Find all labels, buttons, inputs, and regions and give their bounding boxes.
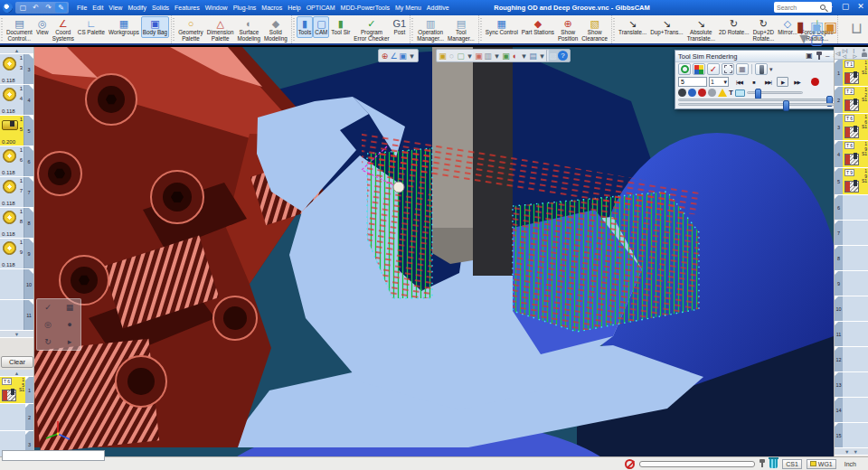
ribbon-item-dimension-palette[interactable]: △DimensionPalette [205,16,236,44]
tool-display-button[interactable] [755,63,768,75]
close-button[interactable]: ✕ [856,1,865,13]
tool-tile-7[interactable]: 170.1187 [0,177,33,208]
ribbon-item-document-control[interactable]: ▤DocumentControl... [5,16,34,44]
progress-thumb-2[interactable] [783,100,789,111]
menu-edit[interactable]: Edit [92,5,103,11]
op-scroll-down[interactable]: ▼▼ [835,448,868,456]
undo-icon[interactable]: ↶ [30,3,42,13]
tool-tab-7[interactable]: 7 [24,177,33,207]
export-box-icon[interactable]: ▣ [824,18,837,31]
pin-icon[interactable] [818,53,820,60]
facet-display-icon[interactable]: ▢ [457,51,465,61]
label-tag-icon[interactable] [735,89,745,97]
mini-toolbar-icon[interactable]: ✓ [44,303,52,312]
fast-forward-button[interactable]: ▶▶ [791,77,803,87]
op-tile-6[interactable]: 6 [835,195,868,221]
edit-icon[interactable]: ✎ [55,3,67,13]
menu-additive[interactable]: Additive [427,5,449,11]
ribbon-item-sync-control[interactable]: ▦Sync Control [484,16,520,38]
zoom-select-icon[interactable]: ▧ [549,51,557,61]
menu-features[interactable]: Features [175,5,200,11]
op-tab-15[interactable]: 15 [835,423,843,447]
tool-list-scroll-up[interactable]: ▲ [0,47,33,54]
record-button[interactable] [811,78,819,86]
op-tile-3[interactable]: 3T 616S1 [835,114,868,141]
ribbon-item-translate[interactable]: ↘Translate... [617,16,648,38]
tool-tile-4[interactable]: 140.1184 [0,85,33,116]
ribbon-item-part-stations[interactable]: ◆Part Stations [520,16,556,38]
section-display-icon[interactable]: ▥ [484,51,492,61]
mini-toolbar-icon[interactable]: ↻ [44,337,52,346]
op-list-scroll-up[interactable]: ▲ [0,370,33,377]
warning-triangle-icon[interactable] [718,89,727,97]
stock-cylinder-icon[interactable]: ▮ [797,18,810,31]
op-tab-1[interactable]: 1 [25,377,33,403]
op-tab-11[interactable]: 11 [835,322,843,346]
op-tile-13[interactable]: 13 [835,372,868,398]
text-overlay-icon[interactable]: T [729,89,733,97]
tool-tab-9[interactable]: 9 [24,239,33,268]
progress-slider-2[interactable] [678,103,834,106]
menu-plug-ins[interactable]: Plug-Ins [233,5,257,11]
ribbon-item-view[interactable]: ◎View [34,16,51,38]
view-window-icon[interactable]: ▣ [399,51,407,61]
fixture-display-icon[interactable]: ▣ [475,51,483,61]
palette-title-bar[interactable]: Tool Sim Rendering ▣ – × [675,51,834,62]
ribbon-item-geometry-palette[interactable]: ○GeometryPalette [176,16,205,44]
op-tile-15[interactable]: 15 [835,423,868,448]
op-tab-12[interactable]: 12 [835,347,843,371]
menu-solids[interactable]: Solids [152,5,169,11]
op-tile-1[interactable]: 1T 111S1 [835,60,868,87]
op-tile-12[interactable]: 12 [835,347,868,372]
units-indicator[interactable]: Inch [841,461,863,467]
ribbon-item-coord-systems[interactable]: ∠CoordSystems [51,16,76,44]
ribbon-item-operation-manager[interactable]: ▥OperationManager... [415,16,446,44]
menu-macros[interactable]: Macros [261,5,282,11]
speed-slider-thumb[interactable] [755,89,761,99]
render-mode-button[interactable] [678,63,691,75]
tool-tab-8[interactable]: 8 [24,208,33,238]
op-tile-7[interactable]: 7 [835,221,868,246]
dropdown-arrow-icon[interactable]: ▾ [493,51,501,61]
sync-marker-icon[interactable]: ◁| [835,51,841,56]
op-tab-5[interactable]: 5 [835,168,843,194]
skip-to-end-button[interactable]: ▶▶| [762,77,774,87]
progress-slider-1[interactable] [678,99,834,101]
palette-minimize-button[interactable]: – [826,52,829,61]
fixture-red-icon[interactable] [698,89,706,97]
tool-tab-5[interactable]: 5 [24,116,33,146]
speed-slider[interactable] [747,91,803,94]
ribbon-item-solid-modeling[interactable]: ◆SolidModeling [262,16,289,44]
tool-tile-11[interactable]: 11 [0,300,33,331]
operator-icon[interactable] [861,49,867,57]
ribbon-item-tools[interactable]: ▮Tools [297,16,314,38]
part-display-icon[interactable]: ▣ [502,51,510,61]
tool-tab-11[interactable]: 11 [24,300,33,330]
ribbon-item-cam[interactable]: ▢CAM [313,16,329,38]
search-input[interactable] [777,5,818,11]
skip-to-start-button[interactable]: |◀◀ [733,77,745,87]
workgroup-indicator[interactable]: WG1 [807,459,836,469]
tool-tab-6[interactable]: 6 [24,146,33,176]
op-tab-13[interactable]: 13 [835,372,843,397]
tool-dark-icon[interactable] [678,89,686,97]
tool-list-scroll-down[interactable]: ▼ [0,331,33,338]
trash-icon[interactable] [769,459,778,468]
menu-mdd-powertools[interactable]: MDD-PowerTools [341,5,390,11]
op-tile-11[interactable]: 11 [835,322,868,347]
redo-icon[interactable]: ↷ [42,3,54,13]
ghost-mode-button[interactable] [722,63,734,75]
dropdown-arrow-icon[interactable]: ▾ [408,51,416,61]
tool-tile-6[interactable]: 160.1186 [0,146,33,177]
pushpin-icon[interactable] [761,460,763,467]
menu-file[interactable]: File [77,5,87,11]
menu-window[interactable]: Window [205,5,228,11]
tool-tile-3[interactable]: 130.1183 [0,54,33,85]
new-window-icon[interactable]: ▢ [17,3,29,13]
op-tab-9[interactable]: 9 [835,271,843,296]
interrupt-icon[interactable] [625,459,635,469]
op-tile-5[interactable]: 5T 919S1 [835,168,868,195]
op-tile-14[interactable]: 14 [835,398,868,423]
menu-opticam[interactable]: OPTICAM [307,5,335,11]
tool-tile-10[interactable]: 10 [0,269,33,300]
